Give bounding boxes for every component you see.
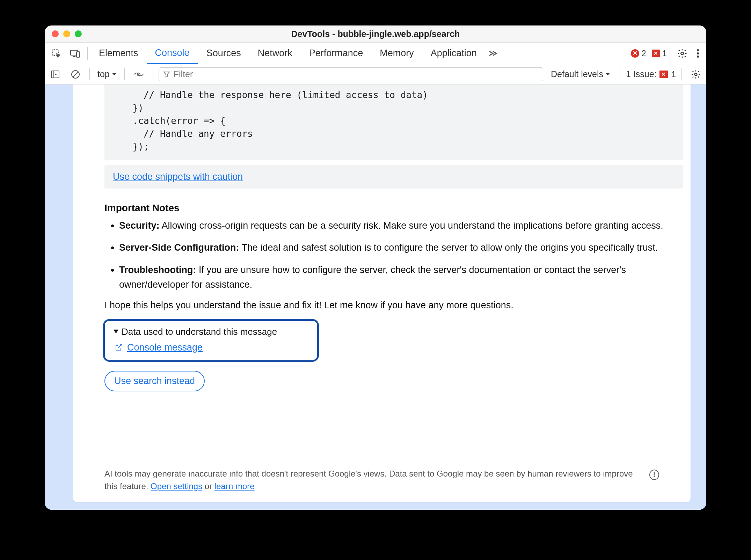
svg-rect-3 (76, 52, 80, 57)
learn-more-link[interactable]: learn more (214, 481, 255, 491)
flag-icon: ✕ (659, 71, 668, 78)
data-disclosure[interactable]: Data used to understand this message (113, 326, 309, 337)
tab-sources[interactable]: Sources (198, 43, 249, 64)
chevron-down-icon (112, 73, 117, 76)
note-text: Allowing cross-origin requests can be a … (160, 220, 663, 231)
disclosure-label: Data used to understand this message (122, 326, 277, 337)
filter-icon (163, 71, 170, 78)
issue-count: 1 (671, 69, 676, 79)
list-item: Security: Allowing cross-origin requests… (119, 219, 677, 233)
note-text: The ideal and safest solution is to conf… (239, 242, 658, 253)
context-label: top (97, 69, 110, 79)
list-item: Server-Side Configuration: The ideal and… (119, 241, 677, 255)
svg-point-7 (697, 56, 699, 58)
flag-badge[interactable]: ✕ 1 (652, 49, 667, 58)
settings-icon[interactable] (673, 44, 692, 63)
caution-link[interactable]: Use code snippets with caution (113, 171, 243, 182)
more-tabs-icon[interactable] (485, 44, 501, 63)
use-search-button[interactable]: Use search instead (104, 371, 205, 391)
filter-input[interactable]: Filter (159, 67, 543, 81)
tab-application[interactable]: Application (422, 43, 485, 64)
kebab-menu-icon[interactable] (692, 44, 704, 63)
errors-count: 2 (641, 49, 646, 58)
context-selector[interactable]: top (95, 69, 119, 79)
levels-label: Default levels (551, 69, 603, 79)
maximize-icon[interactable] (75, 30, 82, 37)
notes-heading: Important Notes (104, 202, 691, 214)
console-message-row: Console message (115, 342, 309, 353)
separator (681, 68, 682, 80)
disclaimer-text: AI tools may generate inaccurate info th… (104, 467, 635, 493)
error-icon: ✕ (631, 49, 639, 58)
note-label: Server-Side Configuration: (119, 242, 239, 253)
close-icon[interactable] (52, 30, 59, 37)
sources-highlight: Data used to understand this message Con… (103, 319, 319, 362)
issues-indicator[interactable]: 1 Issue: ✕ 1 (626, 69, 676, 79)
device-toolbar-icon[interactable] (66, 44, 85, 63)
tab-memory[interactable]: Memory (371, 43, 422, 64)
filter-placeholder: Filter (174, 69, 193, 79)
footer-disclaimer: AI tools may generate inaccurate info th… (73, 461, 691, 502)
svg-point-13 (695, 73, 697, 75)
console-message-link[interactable]: Console message (127, 342, 203, 353)
flag-icon: ✕ (652, 50, 660, 57)
titlebar: DevTools - bubble-jingle.web.app/search (45, 25, 706, 43)
separator (670, 47, 670, 60)
note-label: Troubleshooting: (119, 265, 196, 275)
console-settings-icon[interactable] (687, 66, 704, 83)
window-title: DevTools - bubble-jingle.web.app/search (45, 29, 706, 39)
triangle-down-icon (113, 329, 119, 334)
errors-badge[interactable]: ✕ 2 (631, 49, 646, 58)
chevron-down-icon (605, 73, 610, 76)
console-toolbar: top Filter Default levels 1 Issue: ✕ 1 (45, 64, 706, 84)
insight-panel: // Handle the response here (limited acc… (73, 84, 691, 503)
devtools-window: DevTools - bubble-jingle.web.app/search … (45, 25, 706, 510)
code-snippet: // Handle the response here (limited acc… (104, 84, 683, 160)
separator (124, 68, 125, 80)
open-settings-link[interactable]: Open settings (151, 481, 202, 491)
log-levels-selector[interactable]: Default levels (551, 69, 610, 79)
list-item: Troubleshooting: If you are unsure how t… (119, 263, 677, 292)
svg-point-4 (681, 52, 684, 55)
separator (620, 68, 620, 80)
use-search-label: Use search instead (114, 376, 195, 386)
open-external-icon (115, 343, 123, 352)
minimize-icon[interactable] (63, 30, 70, 37)
closing-text: I hope this helps you understand the iss… (104, 300, 677, 311)
console-content-area: // Handle the response here (limited acc… (45, 84, 706, 510)
notes-list: Security: Allowing cross-origin requests… (112, 219, 677, 292)
issue-label: 1 Issue: (626, 69, 657, 79)
live-expression-icon[interactable] (130, 66, 147, 83)
main-tabs: Elements Console Sources Network Perform… (45, 43, 706, 64)
disclaimer-or: or (202, 481, 214, 491)
warning-icon[interactable]: ! (649, 470, 659, 480)
traffic-lights (52, 30, 82, 37)
inspect-icon[interactable] (47, 44, 66, 63)
flag-count: 1 (662, 49, 667, 58)
caution-banner: Use code snippets with caution (104, 165, 683, 189)
svg-point-6 (697, 52, 699, 54)
note-label: Security: (119, 220, 160, 231)
separator (87, 47, 88, 60)
sidebar-toggle-icon[interactable] (47, 66, 64, 83)
svg-point-5 (697, 49, 699, 51)
tab-console[interactable]: Console (147, 43, 198, 64)
separator (153, 68, 153, 80)
tab-performance[interactable]: Performance (301, 43, 372, 64)
clear-console-icon[interactable] (67, 66, 84, 83)
separator (89, 68, 90, 80)
svg-line-11 (73, 72, 78, 77)
tab-elements[interactable]: Elements (90, 43, 147, 64)
tab-network[interactable]: Network (249, 43, 301, 64)
